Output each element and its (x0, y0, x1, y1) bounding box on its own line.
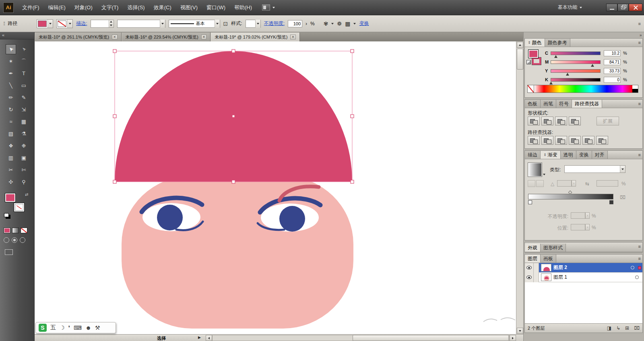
fill-color-control[interactable] (37, 19, 53, 28)
magenta-value-input[interactable] (604, 59, 621, 65)
tab-gradient[interactable]: ⇕ 渐变 (541, 151, 561, 159)
menu-effect[interactable]: 效果(C) (149, 0, 176, 15)
stroke-weight-link[interactable]: 描边: (76, 20, 87, 27)
appearance-panel-menu-icon[interactable]: ≡ (638, 244, 641, 249)
graphic-style-combo[interactable] (246, 20, 261, 28)
brush-definition-combo[interactable] (117, 20, 165, 28)
new-layer-icon[interactable]: ⊞ (625, 325, 629, 331)
selection-handle[interactable] (113, 115, 116, 118)
color-spectrum-bar[interactable] (527, 85, 638, 93)
stroke-style-combo[interactable]: 基本 (169, 20, 220, 28)
canvas[interactable] (35, 41, 516, 334)
paintbrush-tool[interactable]: ✏ (6, 92, 16, 103)
out-of-gamut-cube-icon[interactable] (526, 60, 531, 64)
horizontal-scroll-thumb[interactable] (353, 335, 509, 341)
pathfinder-panel-menu-icon[interactable]: ≡ (638, 101, 641, 106)
draw-behind-icon[interactable] (12, 237, 17, 243)
status-flyout-icon[interactable]: ▶ (198, 335, 201, 339)
swap-fill-stroke-icon[interactable]: ⇄ (25, 192, 28, 197)
black-swatch[interactable] (632, 89, 638, 92)
zoom-tool[interactable]: ⚲ (19, 177, 29, 187)
close-tab-icon[interactable]: ✕ (290, 35, 296, 39)
menu-window[interactable]: 窗口(W) (202, 0, 230, 15)
unite-button[interactable] (528, 117, 540, 125)
gradient-angle-input[interactable] (557, 180, 572, 187)
ime-user-icon[interactable]: ☻ (85, 325, 91, 331)
reverse-gradient-icon[interactable]: ⇆ (585, 181, 589, 187)
recolor-dropdown-icon[interactable] (331, 23, 334, 25)
minimize-button[interactable] (606, 4, 617, 11)
stroke-color-well[interactable] (14, 203, 25, 212)
screen-mode-button[interactable] (5, 249, 13, 255)
trim-button[interactable] (541, 136, 553, 145)
knife-tool[interactable]: ✄ (19, 165, 29, 175)
magic-wand-tool[interactable]: ✶ (6, 56, 16, 66)
selection-handle[interactable] (232, 180, 235, 183)
rectangle-tool[interactable]: ▭ (19, 80, 29, 90)
exclude-button[interactable] (569, 117, 581, 125)
ime-moon-icon[interactable]: ☽ (60, 325, 65, 331)
slice-tool[interactable]: ✂ (6, 165, 16, 175)
stop-location-input[interactable] (571, 224, 585, 230)
tab-graphic-styles[interactable]: 图形样式 (541, 244, 566, 252)
document-tab-2[interactable]: 未标题-16* @ 229.54% (CMYK/预览) ✕ (122, 33, 211, 41)
align-options-icon[interactable]: ▩ (345, 21, 350, 27)
close-button[interactable] (629, 4, 642, 11)
yellow-slider-thumb[interactable] (566, 73, 569, 76)
outline-button[interactable] (582, 136, 594, 145)
selection-handle[interactable] (113, 180, 116, 183)
ime-settings-icon[interactable]: ⚒ (95, 325, 100, 331)
selection-handle[interactable] (232, 49, 235, 53)
tab-color-guide[interactable]: 颜色参考 (545, 39, 570, 47)
ime-punctuation-icon[interactable]: ❜ (68, 325, 70, 331)
vertical-scroll-thumb[interactable] (517, 49, 523, 70)
delete-layer-icon[interactable]: ⌧ (634, 325, 640, 331)
symbol-options-icon[interactable]: ❁ (337, 21, 342, 27)
document-tab-1[interactable]: 未标题-10* @ 261.1% (CMYK/预览) ✕ (35, 33, 122, 41)
control-panel-menu-icon[interactable]: ≡ (638, 21, 641, 26)
blend-tool[interactable]: ❖ (6, 141, 16, 151)
mesh-tool[interactable]: ▦ (19, 117, 29, 127)
menu-help[interactable]: 帮助(H) (230, 0, 256, 15)
tab-symbols[interactable]: 符号 (556, 100, 572, 108)
tab-transparency[interactable]: 透明 (561, 151, 576, 159)
yellow-value-input[interactable] (604, 68, 621, 74)
default-fill-stroke-icon[interactable] (4, 213, 9, 217)
workspace-switcher[interactable]: 基本功能 (558, 4, 582, 11)
stroke-color-control[interactable] (56, 19, 73, 28)
selection-handle[interactable] (351, 49, 354, 53)
make-clipping-mask-icon[interactable]: ◨ (607, 325, 611, 331)
scroll-left-icon[interactable] (206, 335, 212, 341)
tab-layers[interactable]: 图层 (525, 255, 541, 263)
lock-toggle[interactable] (534, 263, 539, 273)
stroke-weight-spinner[interactable] (109, 20, 114, 27)
color-mode-button[interactable] (4, 228, 10, 233)
scroll-up-icon[interactable] (517, 42, 523, 48)
eyedropper-tool[interactable]: ⚗ (19, 129, 29, 139)
face-shape[interactable] (122, 176, 353, 329)
crop-button[interactable] (569, 136, 581, 145)
layer-target-icon[interactable] (631, 266, 634, 269)
selection-tool[interactable]: ➤ (6, 44, 16, 54)
expand-button[interactable]: 扩展 (597, 117, 619, 125)
merge-button[interactable] (555, 136, 567, 145)
minus-back-button[interactable] (596, 136, 608, 145)
direct-selection-tool[interactable]: ➢ (19, 44, 29, 54)
stroke-weight-combo[interactable] (91, 20, 114, 28)
layer-name[interactable]: 图层 1 (553, 274, 635, 281)
arrange-documents-icon[interactable] (262, 4, 270, 10)
draw-normal-icon[interactable] (4, 237, 9, 243)
color-fill-well[interactable] (528, 49, 539, 58)
pen-tool[interactable]: ✒ (6, 68, 16, 78)
scroll-right-icon[interactable] (510, 335, 516, 341)
line-segment-tool[interactable]: ╲ (6, 80, 16, 90)
gradient-type-dropdown-icon[interactable] (620, 166, 625, 173)
left-eye-iris[interactable] (157, 205, 183, 230)
black-value-input[interactable] (604, 77, 621, 83)
tab-stroke[interactable]: 描边 (525, 151, 541, 159)
arrange-documents-dropdown-icon[interactable] (272, 7, 275, 8)
delete-stop-icon[interactable]: ⌧ (620, 195, 625, 200)
tab-appearance[interactable]: 外观 (525, 244, 541, 252)
none-swatch[interactable] (528, 85, 534, 92)
recolor-artwork-icon[interactable]: ✾ (324, 21, 328, 27)
